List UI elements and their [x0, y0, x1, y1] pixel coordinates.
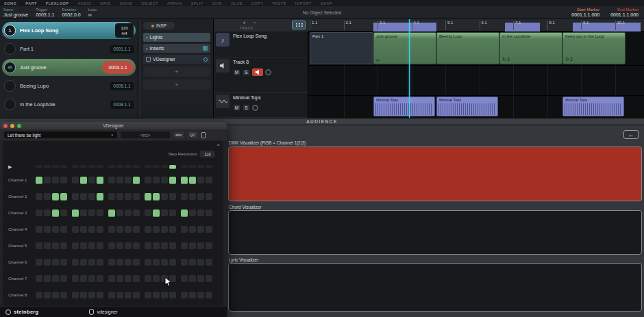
step-cell[interactable]: [116, 242, 123, 250]
step-cell[interactable]: [125, 210, 132, 217]
audio-event-minimal-tops[interactable]: Minimal Tops: [562, 97, 624, 116]
step-cell[interactable]: [206, 292, 212, 299]
step-cell[interactable]: [153, 242, 160, 250]
step-cell[interactable]: [133, 226, 140, 233]
step-cell[interactable]: [153, 259, 160, 266]
step-cell[interactable]: [153, 177, 160, 184]
abc-button[interactable]: abc: [173, 131, 184, 138]
step-cell[interactable]: [97, 226, 103, 233]
step-cell[interactable]: [97, 177, 103, 184]
step-cell[interactable]: [206, 275, 212, 283]
preset-select[interactable]: Let there be light ▼: [4, 131, 117, 138]
step-cell[interactable]: [44, 275, 51, 283]
step-cell[interactable]: [72, 242, 79, 250]
step-cell[interactable]: [161, 259, 168, 266]
step-cell[interactable]: [36, 259, 42, 266]
step-cell[interactable]: [80, 259, 87, 266]
step-cell[interactable]: [52, 275, 59, 283]
step-cell[interactable]: [145, 259, 151, 266]
step-cell[interactable]: [145, 193, 151, 201]
step-cell[interactable]: [153, 193, 160, 201]
step-cell[interactable]: [52, 210, 59, 217]
step-cell[interactable]: [80, 177, 87, 184]
menu-item-join[interactable]: JOIN: [212, 1, 223, 5]
step-cell[interactable]: [80, 193, 87, 201]
song-item-beeing-lupo[interactable]: Beeing Lupo0005.1.1: [2, 77, 136, 94]
step-cell[interactable]: [189, 242, 196, 250]
step-cell[interactable]: [133, 177, 140, 184]
step-cell[interactable]: [189, 226, 196, 233]
arranger-block-beeing-lupo[interactable]: Beeing Lupo: [436, 32, 499, 64]
menu-item-import[interactable]: IMPORT: [295, 1, 312, 5]
step-cell[interactable]: [44, 193, 51, 201]
step-cell[interactable]: [108, 242, 115, 250]
step-cell[interactable]: [60, 226, 67, 233]
power-icon[interactable]: [203, 46, 208, 51]
inspector-button[interactable]: INSP: [143, 22, 175, 29]
step-cell[interactable]: [116, 226, 123, 233]
song-item-flex-loop-song[interactable]: 1Flex Loop Song1204/4: [2, 22, 136, 39]
close-panel-icon[interactable]: ×: [216, 142, 220, 148]
step-cell[interactable]: [60, 292, 67, 299]
step-cell[interactable]: [145, 275, 151, 283]
step-cell[interactable]: [88, 259, 95, 266]
step-cell[interactable]: [88, 226, 95, 233]
step-cell[interactable]: [108, 177, 115, 184]
step-cell[interactable]: [60, 193, 67, 201]
step-cell[interactable]: [108, 226, 115, 233]
step-cell[interactable]: [80, 242, 87, 250]
step-cell[interactable]: [116, 292, 123, 299]
step-cell[interactable]: [36, 275, 42, 283]
step-cell[interactable]: [116, 193, 123, 201]
menu-item-audio[interactable]: AUDIO: [77, 1, 91, 5]
step-cell[interactable]: [108, 210, 115, 217]
step-cell[interactable]: [116, 275, 123, 283]
step-cell[interactable]: [206, 259, 212, 266]
step-cell[interactable]: [52, 226, 59, 233]
vdesigner-titlebar[interactable]: VDesigner: [0, 122, 227, 129]
step-cell[interactable]: [36, 177, 42, 184]
minimize-window-button[interactable]: [10, 124, 14, 128]
step-cell[interactable]: [206, 193, 212, 201]
step-cell[interactable]: [125, 292, 132, 299]
step-cell[interactable]: [189, 275, 196, 283]
step-cell[interactable]: [133, 193, 140, 201]
step-cell[interactable]: [80, 275, 87, 283]
step-cell[interactable]: [108, 275, 115, 283]
step-cell[interactable]: [44, 292, 51, 299]
step-cell[interactable]: [197, 193, 204, 201]
step-cell[interactable]: [44, 259, 51, 266]
track-row-track-8[interactable]: Track 8MS: [214, 58, 308, 93]
step-cell[interactable]: [44, 242, 51, 250]
add-slot-button[interactable]: +: [143, 79, 210, 90]
step-cell[interactable]: [133, 292, 140, 299]
step-cell[interactable]: [116, 210, 123, 217]
step-cell[interactable]: [181, 226, 188, 233]
minimal-tops-lane[interactable]: Minimal TopsMinimal TopsMinimal Tops: [308, 96, 644, 118]
step-cell[interactable]: [161, 193, 168, 201]
step-cell[interactable]: [169, 292, 176, 299]
nc-field[interactable]: <nc>: [121, 131, 170, 138]
timeline-ruler[interactable]: 1.12.13.14.15.16.17.18.19.110.1: [308, 19, 644, 31]
step-cell[interactable]: [36, 193, 42, 201]
step-cell[interactable]: [97, 259, 103, 266]
add-slot-button[interactable]: +: [143, 66, 210, 77]
track-row-flex-loop-song[interactable]: ♪Flex Loop Song: [214, 31, 308, 58]
arranger-block-in-the-loophole[interactable]: In the Loophole↻ 2: [499, 32, 562, 64]
step-cell[interactable]: [52, 292, 59, 299]
arranger-lane[interactable]: Part 1Just groove∞Beeing LupoIn the Loop…: [308, 31, 644, 66]
step-cell[interactable]: [108, 193, 115, 201]
step-cell[interactable]: [88, 210, 95, 217]
start-marker-value[interactable]: 0001.1.1.000: [571, 12, 599, 18]
step-cell[interactable]: [125, 275, 132, 283]
step-cell[interactable]: [206, 226, 212, 233]
step-cell[interactable]: [181, 177, 188, 184]
step-cell[interactable]: [72, 210, 79, 217]
step-cell[interactable]: [169, 226, 176, 233]
step-cell[interactable]: [145, 177, 151, 184]
step-cell[interactable]: [189, 193, 196, 201]
step-cell[interactable]: [88, 193, 95, 201]
step-cell[interactable]: [72, 292, 79, 299]
step-cell[interactable]: [72, 226, 79, 233]
step-cell[interactable]: [161, 210, 168, 217]
